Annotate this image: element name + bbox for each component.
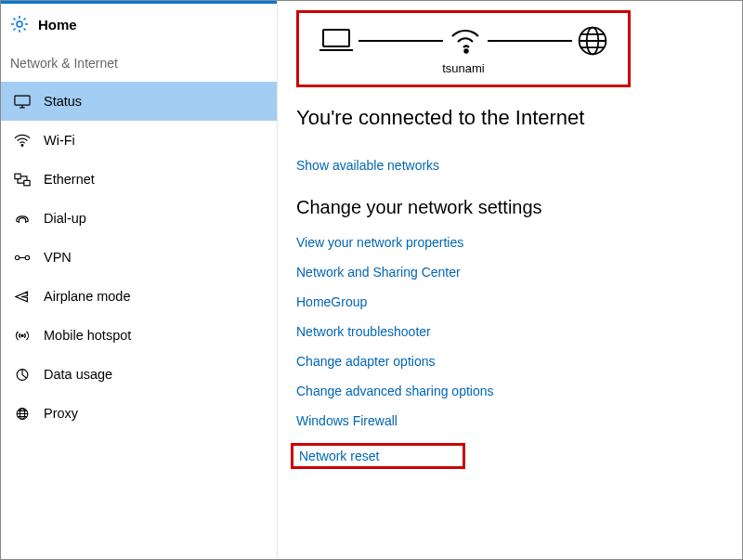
svg-point-7: [21, 334, 23, 336]
home-button[interactable]: Home: [1, 1, 277, 43]
network-reset-link[interactable]: Network reset: [299, 449, 379, 463]
view-properties-link[interactable]: View your network properties: [296, 235, 723, 250]
advanced-sharing-link[interactable]: Change advanced sharing options: [296, 384, 723, 398]
network-name: tsunami: [318, 61, 609, 75]
gear-icon: [10, 15, 29, 33]
sidebar-item-datausage[interactable]: Data usage: [1, 355, 277, 394]
sidebar-item-label: Ethernet: [44, 172, 95, 187]
troubleshooter-link[interactable]: Network troubleshooter: [296, 324, 723, 339]
sidebar-item-label: Mobile hotspot: [44, 328, 131, 343]
sidebar-item-label: Dial-up: [44, 211, 86, 226]
svg-rect-3: [15, 174, 20, 178]
connection-line: [488, 40, 572, 42]
homegroup-link[interactable]: HomeGroup: [296, 294, 723, 309]
svg-point-2: [21, 144, 23, 146]
network-reset-highlight: Network reset: [291, 443, 465, 469]
sidebar-item-label: Status: [44, 94, 82, 109]
globe-icon: [576, 24, 609, 58]
home-label: Home: [38, 17, 77, 33]
hotspot-icon: [14, 327, 31, 344]
connection-diagram-highlight: tsunami: [296, 10, 631, 87]
sidebar-item-ethernet[interactable]: Ethernet: [1, 160, 277, 199]
globe-icon: [14, 405, 31, 422]
sidebar-item-dialup[interactable]: Dial-up: [1, 199, 277, 238]
show-networks-link[interactable]: Show available networks: [296, 158, 723, 173]
sidebar-item-hotspot[interactable]: Mobile hotspot: [1, 316, 277, 355]
wifi-icon: [14, 132, 31, 149]
sidebar-item-status[interactable]: Status: [1, 82, 277, 121]
adapter-options-link[interactable]: Change adapter options: [296, 354, 723, 369]
vpn-icon: [14, 249, 31, 266]
connection-diagram: [318, 24, 609, 58]
connection-status-heading: You're connected to the Internet: [296, 106, 723, 130]
monitor-icon: [14, 93, 31, 110]
data-usage-icon: [14, 366, 31, 383]
sidebar-item-label: VPN: [44, 250, 72, 265]
sidebar-item-proxy[interactable]: Proxy: [1, 394, 277, 433]
sidebar-item-label: Proxy: [44, 406, 78, 421]
laptop-icon: [318, 27, 355, 55]
svg-point-5: [15, 255, 20, 260]
airplane-icon: [14, 288, 31, 305]
windows-firewall-link[interactable]: Windows Firewall: [296, 413, 723, 428]
connection-line: [358, 40, 443, 42]
svg-rect-11: [323, 30, 349, 46]
sidebar-item-airplane[interactable]: Airplane mode: [1, 277, 277, 316]
sidebar: Home Network & Internet Status Wi-Fi: [1, 1, 278, 559]
ethernet-icon: [14, 171, 31, 188]
svg-rect-4: [24, 180, 30, 185]
change-settings-heading: Change your network settings: [296, 197, 723, 218]
phone-icon: [14, 210, 31, 227]
sidebar-section-label: Network & Internet: [1, 43, 277, 82]
main-content: tsunami You're connected to the Internet…: [278, 1, 742, 559]
sidebar-item-label: Airplane mode: [44, 289, 131, 304]
svg-rect-1: [15, 96, 30, 105]
sidebar-item-label: Data usage: [44, 367, 112, 382]
sidebar-item-label: Wi-Fi: [44, 133, 75, 148]
settings-links: View your network properties Network and…: [296, 235, 723, 469]
sidebar-item-vpn[interactable]: VPN: [1, 238, 277, 277]
svg-point-12: [464, 49, 467, 52]
svg-point-6: [25, 255, 30, 260]
wifi-icon: [447, 27, 484, 55]
sharing-center-link[interactable]: Network and Sharing Center: [296, 265, 723, 280]
sidebar-item-wifi[interactable]: Wi-Fi: [1, 121, 277, 160]
svg-point-0: [17, 21, 22, 27]
